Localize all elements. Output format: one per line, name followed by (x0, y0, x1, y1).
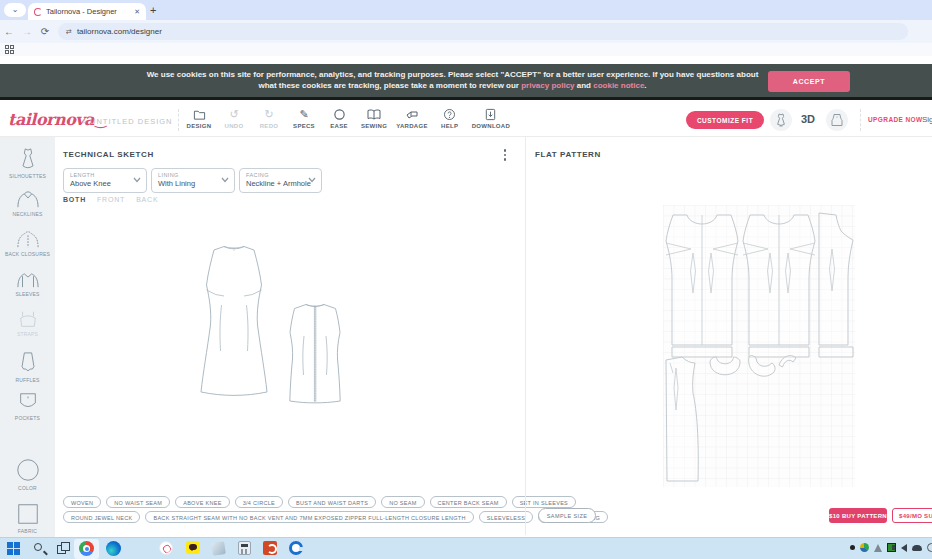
feature-tag[interactable]: CENTER BACK SEAM (430, 496, 507, 508)
tray-clipped-icon[interactable] (927, 543, 932, 552)
feature-tag[interactable]: WOVEN (63, 496, 101, 508)
tool-label: DOWNLOAD (472, 123, 510, 129)
start-button-icon[interactable] (7, 541, 23, 557)
circle-icon (333, 108, 346, 121)
sidebar-item-silhouettes[interactable]: SILHOUETTES (0, 147, 55, 179)
subscription-button[interactable]: $49/MO SUBS (892, 508, 932, 523)
sidebar-item-fabric[interactable]: FABRIC (0, 502, 55, 534)
new-tab-icon[interactable]: + (150, 5, 156, 16)
upgrade-now-link[interactable]: UPGRADE NOW (868, 116, 923, 123)
feature-tag[interactable]: NO SEAM (381, 496, 424, 508)
help-button[interactable]: HELP (437, 108, 463, 129)
apps-grid-icon[interactable] (5, 45, 14, 54)
cookie-notice-bar: We use cookies on this site for performa… (0, 64, 932, 100)
buy-pattern-button[interactable]: $10 BUY PATTERN (829, 508, 887, 523)
sign-in-link[interactable]: Sig (922, 115, 932, 124)
header-divider (178, 109, 179, 131)
feature-tag[interactable]: SET IN SLEEVES (512, 496, 576, 508)
yardage-button[interactable]: YARDAGE (396, 108, 428, 129)
tray-cloud-icon[interactable] (912, 545, 922, 551)
tailornova-favicon-icon (34, 8, 42, 16)
privacy-policy-link[interactable]: privacy policy (521, 81, 574, 90)
dress-technical-sketch (190, 233, 360, 418)
tool-label: YARDAGE (396, 123, 428, 129)
feature-tag[interactable]: 3/4 CIRCLE (235, 496, 283, 508)
color-circle-icon (15, 457, 41, 483)
tray-network-icon[interactable] (874, 544, 882, 552)
notes-app-icon[interactable] (212, 541, 228, 557)
panel-divider (525, 137, 526, 535)
sidebar-item-straps[interactable]: STRAPS (0, 309, 55, 337)
help-icon (443, 108, 456, 121)
pencil-icon: ✎ (299, 108, 308, 121)
tray-volume-icon[interactable] (901, 544, 907, 552)
chrome-icon[interactable] (79, 541, 95, 557)
tab-back[interactable]: BACK (136, 196, 158, 203)
tab-both[interactable]: BOTH (63, 196, 86, 203)
forward-icon[interactable]: → (18, 26, 36, 37)
search-icon[interactable] (32, 541, 48, 557)
cookie-message: We use cookies on this site for performa… (147, 70, 759, 90)
kakaotalk-icon[interactable] (186, 541, 202, 557)
task-view-icon[interactable] (56, 541, 72, 557)
sidebar-item-sleeves[interactable]: SLEEVES (0, 267, 55, 297)
fabric-roll-icon (405, 108, 419, 121)
download-button[interactable]: DOWNLOAD (472, 108, 510, 129)
sidebar-item-necklines[interactable]: NECKLINES (0, 187, 55, 217)
app-header: tailornova‿ > UNTITLED DESIGN DESIGN ↺ U… (0, 103, 932, 137)
tab-search-chevron-icon[interactable]: ⌄ (4, 3, 26, 17)
ease-button[interactable]: EASE (326, 108, 352, 129)
calculator-icon[interactable] (238, 541, 254, 557)
customize-fit-button[interactable]: CUSTOMIZE FIT (686, 111, 764, 129)
design-name[interactable]: UNTITLED DESIGN (90, 117, 173, 126)
design-app-icon[interactable] (159, 541, 175, 557)
mannequin-view-button[interactable] (770, 109, 792, 131)
feature-tag[interactable]: ROUND JEWEL NECK (63, 511, 140, 523)
feature-tag[interactable]: BACK STRAIGHT SEAM WITH NO BACK VENT AND… (145, 511, 473, 523)
chevron-down-icon (133, 177, 141, 183)
sidebar-item-label: SLEEVES (15, 291, 39, 297)
tab-close-icon[interactable]: ✕ (134, 8, 140, 16)
sidebar-item-label: BACK CLOSURES (5, 251, 50, 257)
browser-tab[interactable]: Tailornova - Designer ✕ (28, 3, 146, 20)
undo-button[interactable]: ↺ UNDO (221, 108, 247, 129)
specs-button[interactable]: ✎ SPECS (291, 108, 317, 129)
tray-globe-icon[interactable] (860, 543, 869, 552)
pattern-view-button[interactable] (826, 109, 848, 131)
tool-label: SPECS (293, 123, 315, 129)
blue-c-app-icon[interactable] (289, 541, 305, 557)
sidebar-item-pockets[interactable]: POCKETS (0, 391, 55, 421)
panel-menu-icon[interactable] (500, 149, 510, 165)
browser-toolbar: ← → ⟳ ⇄ tailornova.com/designer (0, 20, 932, 43)
sewing-button[interactable]: SEWING (361, 108, 387, 129)
sidebar-item-label: SILHOUETTES (9, 173, 46, 179)
lining-dropdown[interactable]: LINING With Lining (151, 168, 235, 193)
tab-front[interactable]: FRONT (97, 196, 125, 203)
sidebar-item-ruffles[interactable]: RUFFLES (0, 351, 55, 383)
cookie-notice-link[interactable]: cookie notice (593, 81, 644, 90)
redo-button[interactable]: ↻ REDO (256, 108, 282, 129)
feature-tag[interactable]: NO WAIST SEAM (106, 496, 170, 508)
reload-icon[interactable]: ⟳ (36, 26, 54, 37)
accept-cookies-button[interactable]: ACCEPT (768, 71, 850, 92)
tray-dot-icon[interactable] (850, 545, 855, 550)
header-divider (860, 109, 861, 131)
tab-title: Tailornova - Designer (46, 7, 130, 16)
address-bar[interactable]: ⇄ tailornova.com/designer (58, 23, 908, 40)
design-button[interactable]: DESIGN (186, 108, 212, 129)
facing-dropdown[interactable]: FACING Neckline + Armhole (239, 168, 322, 193)
feature-tag[interactable]: BUST AND WAIST DARTS (288, 496, 376, 508)
site-settings-icon[interactable]: ⇄ (66, 28, 72, 36)
length-dropdown[interactable]: LENGTH Above Knee (63, 168, 147, 193)
feature-tag[interactable]: ABOVE KNEE (175, 496, 229, 508)
dropdown-value: Above Knee (70, 179, 111, 188)
sample-size-button[interactable]: SAMPLE SIZE (538, 508, 596, 523)
powerpoint-icon[interactable] (263, 541, 279, 557)
edge-icon[interactable] (106, 541, 122, 557)
sidebar-item-color[interactable]: COLOR (0, 457, 55, 491)
tool-label: UNDO (225, 123, 244, 129)
back-icon[interactable]: ← (0, 26, 18, 37)
sidebar-item-back-closures[interactable]: BACK CLOSURES (0, 227, 55, 257)
feature-tags-row-2: ROUND JEWEL NECK BACK STRAIGHT SEAM WITH… (63, 511, 608, 523)
cookie-connector: and (575, 81, 594, 90)
